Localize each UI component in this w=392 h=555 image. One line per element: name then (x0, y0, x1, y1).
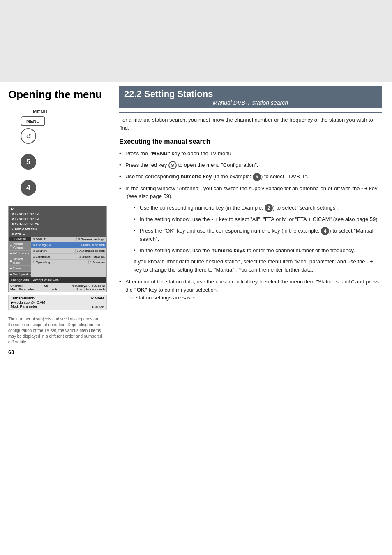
tv-menu-screenshot: F1↑ 0 Function for F3 9 Function for F2 … (8, 206, 107, 292)
intro-text: For a manual station search, you must kn… (119, 116, 382, 132)
bullet-2: Press the red key ⊙ to open the menu "Co… (119, 161, 382, 170)
step-5-icon: 5 (21, 154, 36, 170)
step4-circle: 4 (321, 227, 329, 235)
tv-mod-param-label: Mod.-Parameter (10, 288, 34, 291)
tv-mod-auto: auto. (52, 288, 59, 291)
numeric-keys-bold: numeric keys (211, 247, 245, 253)
section-number: 22.2 (124, 89, 142, 99)
top-gray-area (0, 0, 392, 82)
tv-row-2[interactable]: 2 Language 2 Search settings (31, 254, 106, 260)
right-column-bullets: Use the corresponding numeric key (in th… (134, 204, 382, 255)
red-key-icon: ⊙ (168, 161, 177, 169)
tv-start-search: Start station search (76, 288, 105, 291)
sidebar-av-label: AV devices (13, 251, 29, 255)
step-4-icon: 4 (21, 180, 36, 196)
section-title-label: Setting Stations (144, 89, 213, 99)
right-bullet-2: In the setting window, use the - + key t… (134, 215, 382, 223)
tv-lower-info: Transmission 8k Mode ▶Modulation64 QAM M… (8, 295, 107, 310)
tv-func-row-7: 7 EURO sockets (12, 227, 37, 230)
tv-status-accept: Accept value with (33, 278, 58, 282)
sidebar-av[interactable]: ●AV devices (9, 251, 31, 256)
tv-bottom-row1: Channel 05 Frequency177 500 MHz (10, 284, 105, 288)
right-bullet-3: Press the "OK" key and use the correspon… (134, 227, 382, 243)
footer-note: The number of subjects and sections depe… (8, 316, 102, 345)
tv-row-3[interactable]: 3 Country 3 Automatic search (31, 248, 106, 254)
middle-paragraph: If you know further data of the desired … (119, 258, 382, 274)
section-subtitle: Manual DVB-T station search (124, 99, 377, 106)
right-bullet-1: Use the corresponding numeric key (in th… (134, 204, 382, 212)
sidebar-picture[interactable]: ●Picture-Volume (9, 241, 31, 251)
tv-menu-body: TV-Menu ●Picture-Volume ●AV devices ●Sta… (9, 237, 106, 277)
final-bullet-list: After input of the station data, use the… (119, 278, 382, 302)
left-panel: Opening the menu MENU MENU ↺ 5 4 F1↑ (0, 82, 111, 555)
tv-lower-row3: Mod. Parameter manuel (11, 304, 104, 309)
section-title: 22.2 Setting Stations (124, 89, 377, 99)
tv-status-bar: Change with Accept value with (9, 277, 106, 283)
tv-sidebar: TV-Menu ●Picture-Volume ●AV devices ●Sta… (9, 237, 31, 277)
menu-label: MENU (33, 109, 102, 114)
final-bullet: After input of the station data, use the… (119, 278, 382, 302)
sidebar-timer[interactable]: ●Timer (9, 266, 31, 272)
tv-lower-row1: Transmission 8k Mode (11, 296, 104, 300)
tv-row-5[interactable]: 5 DVB-T 5 General settings (31, 237, 106, 242)
numeric-key-bold: numeric key (180, 173, 212, 180)
right-panel: 22.2 Setting Stations Manual DVB-T stati… (111, 82, 392, 555)
8k-mode-label: 8k Mode (90, 296, 104, 300)
transmission-label: Transmission (11, 296, 35, 300)
tv-func-row-8: 8 Function for F1 (12, 222, 39, 226)
menu-button[interactable]: MENU (21, 116, 45, 126)
right-bullet-4: In the setting window, use the numeric k… (134, 246, 382, 255)
step-4: 4 (21, 180, 102, 196)
plus-minus-bold: - + (361, 185, 368, 191)
sidebar-config[interactable]: ●Configuration (9, 272, 31, 277)
tv-menu-top-bar: F1↑ 0 Function for F3 9 Function for F2 … (9, 206, 106, 237)
bullet-1: Press the "MENU" key to open the TV menu… (119, 150, 382, 158)
step5-circle: 5 (253, 173, 261, 181)
sidebar-station-label: Station table (13, 257, 30, 265)
sidebar-timer-label: Timer (13, 267, 21, 270)
tv-lower-row2: ▶Modulation64 QAM (11, 300, 104, 304)
menu-key-bold: "MENU" (150, 150, 171, 157)
sidebar-config-label: Configuration (13, 272, 32, 276)
tv-menu-f1-label: F1↑ (11, 207, 17, 211)
sidebar-picture-label: Picture-Volume (13, 242, 30, 249)
back-icon: ↺ (21, 128, 36, 144)
left-heading: Opening the menu (8, 88, 102, 101)
tv-func-row-9: 9 Function for F2 (12, 217, 39, 221)
back-step: ↺ (21, 128, 102, 144)
mod-parameter-value: manuel (92, 304, 104, 309)
bullet-4: In the setting window "Antenna", you can… (119, 184, 382, 200)
page-container: Opening the menu MENU MENU ↺ 5 4 F1↑ (0, 0, 392, 555)
bullet-3: Use the corresponding numeric key (in th… (119, 173, 382, 181)
mod-parameter-label: Mod. Parameter (11, 304, 37, 309)
page-number: 60 (8, 349, 102, 355)
tv-frequency-label: Frequency177 500 MHz (70, 284, 105, 288)
ok-key-bold: "OK" (134, 287, 148, 293)
section-divider (119, 112, 382, 113)
sidebar-station[interactable]: ●Station table (9, 256, 31, 266)
tv-submenu-area: 5 DVB-T 5 General settings 4 Analog-TV 4… (31, 237, 106, 277)
tv-func-row-0: 0 Function for F3 (12, 212, 39, 216)
subsection-title: Executing the manual search (119, 138, 382, 145)
step2-circle: 2 (265, 204, 273, 212)
main-content: Opening the menu MENU MENU ↺ 5 4 F1↑ (0, 82, 392, 555)
main-bullets: Press the "MENU" key to open the TV menu… (119, 150, 382, 200)
step-5: 5 (21, 154, 102, 170)
tv-row-4[interactable]: 4 Analog-TV 4 Manual search (31, 242, 106, 248)
tv-status-change: Change with (11, 278, 29, 282)
modulation-label: ▶Modulation64 QAM (11, 300, 45, 304)
tv-bottom-row2: Mod.-Parameter auto. Start station searc… (10, 288, 105, 291)
tv-channel-label: Channel (10, 284, 23, 288)
tv-bottom-info: Channel 05 Frequency177 500 MHz Mod.-Par… (9, 283, 106, 292)
tv-row-1[interactable]: 1 Operating 1 Antenna (31, 260, 106, 265)
tv-func-row-6: 6 DVB-C (12, 232, 25, 235)
section-header: 22.2 Setting Stations Manual DVB-T stati… (119, 86, 382, 108)
tv-channel-num: 05 (44, 284, 48, 288)
